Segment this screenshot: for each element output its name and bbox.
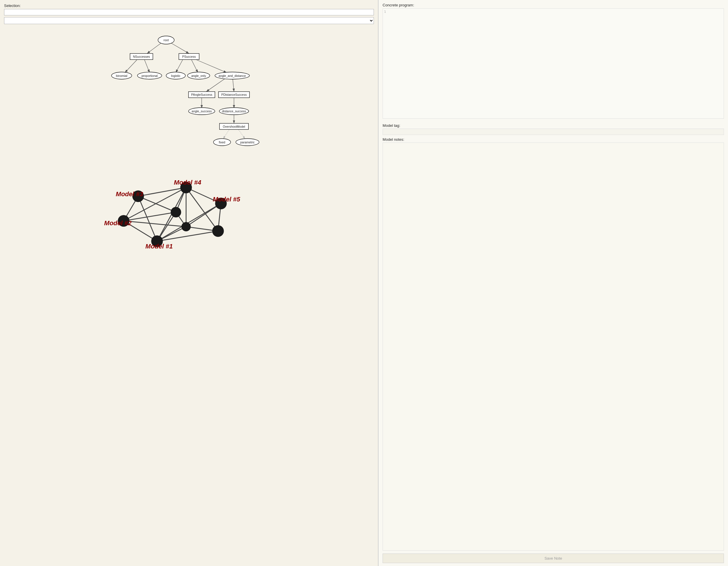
graph-node-8 [212, 225, 224, 237]
graph-label-5: Model #5 [213, 196, 241, 203]
model-tag-input[interactable] [383, 129, 724, 135]
graph-container: Model #1 Model #2 Model #3 Model #4 Mode… [4, 159, 374, 252]
svg-text:angle_only: angle_only [191, 74, 206, 78]
svg-text:PDistanceSuccess: PDistanceSuccess [221, 93, 247, 96]
svg-line-3 [171, 43, 189, 54]
svg-line-4 [125, 60, 137, 73]
model-notes-textarea[interactable] [383, 143, 724, 551]
model-tag-label: Model tag: [383, 123, 724, 128]
svg-text:binomial: binomial [116, 74, 127, 78]
svg-text:root: root [164, 38, 169, 42]
svg-text:PSuccess: PSuccess [182, 55, 196, 58]
svg-line-15 [239, 130, 245, 139]
svg-line-9 [206, 79, 225, 92]
svg-text:fixed: fixed [219, 141, 225, 144]
selection-text-input[interactable] [4, 9, 374, 15]
graph-label-3: Model #3 [116, 191, 143, 198]
svg-text:NSuccesses: NSuccesses [133, 55, 150, 58]
svg-line-8 [197, 60, 227, 73]
svg-line-57 [138, 188, 186, 196]
svg-text:angle_success: angle_success [192, 109, 212, 113]
svg-text:distance_success: distance_success [222, 109, 246, 113]
selection-label: Selection: [4, 3, 374, 8]
save-note-button[interactable]: Save Note [383, 554, 724, 563]
graph-node-6 [171, 207, 181, 218]
svg-line-62 [186, 188, 218, 231]
code-area: 1 [383, 8, 724, 119]
svg-line-7 [191, 60, 198, 73]
svg-text:parametric: parametric [240, 141, 255, 144]
right-panel: Concrete program: 1 Model tag: Model not… [379, 0, 728, 566]
svg-line-56 [124, 221, 186, 227]
svg-text:OvershootModel: OvershootModel [223, 125, 245, 128]
tree-svg: root NSuccesses PSuccess binomial propor… [4, 30, 374, 152]
svg-line-10 [233, 79, 234, 92]
graph-label-1: Model #1 [146, 243, 173, 250]
svg-text:angle_and_distance: angle_and_distance [218, 74, 246, 78]
graph-node-7 [182, 222, 191, 231]
svg-line-63 [186, 204, 221, 227]
svg-text:proportional: proportional [141, 74, 157, 78]
concrete-program-label: Concrete program: [383, 3, 724, 7]
tree-container: root NSuccesses PSuccess binomial propor… [4, 27, 374, 153]
left-panel: Selection: [0, 0, 379, 566]
selection-dropdown[interactable] [4, 17, 374, 24]
graph-label-2: Model #2 [104, 220, 132, 227]
svg-line-14 [223, 130, 229, 139]
svg-text:logistic: logistic [171, 74, 180, 78]
model-notes-label: Model notes: [383, 137, 724, 142]
svg-line-2 [147, 43, 161, 54]
line-number: 1 [384, 10, 386, 14]
graph-label-4: Model #4 [174, 179, 201, 186]
svg-line-6 [176, 60, 183, 73]
graph-svg: Model #1 Model #2 Model #3 Model #4 Mode… [4, 159, 374, 252]
svg-line-5 [144, 60, 150, 73]
svg-text:PAngleSuccess: PAngleSuccess [191, 93, 212, 96]
